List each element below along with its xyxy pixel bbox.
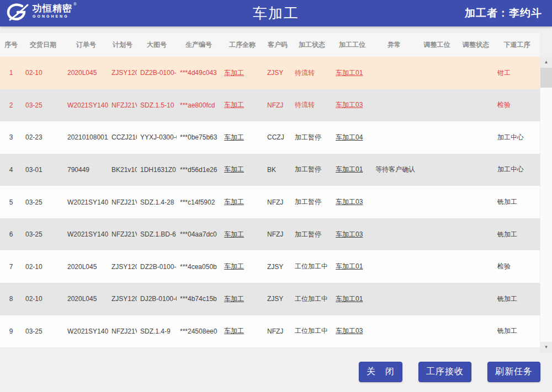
table-row[interactable]: 1 02-10 2020L045 ZJSY1201 DZ2B-0100-S-N-… — [0, 57, 540, 89]
cell-plan-no: ZJSY1201 — [108, 69, 137, 77]
scroll-up-icon: ▲ — [544, 60, 549, 65]
col-order-no: 订单号 — [64, 40, 108, 50]
operator-label: 加工者：李约斗 — [465, 6, 552, 20]
cell-index: 3 — [0, 133, 22, 141]
cell-process-name[interactable]: 车加工 — [221, 230, 264, 239]
cell-process-name[interactable]: 车加工 — [221, 133, 264, 142]
brand-name-cn: 功恒精密 — [33, 4, 72, 13]
cell-drawing-no: SDZ.1.BD-6 — [137, 230, 177, 238]
cell-station[interactable]: 车加工01 — [332, 294, 372, 304]
cell-index: 4 — [0, 166, 22, 174]
cell-drawing-no: SDZ.1.5-10 — [137, 101, 177, 109]
col-delivery-date: 交货日期 — [22, 40, 64, 50]
refresh-tasks-button[interactable]: 刷新任务 — [487, 362, 540, 382]
cell-next-process: 钳工 — [494, 68, 540, 78]
cell-station[interactable]: 车加工03 — [332, 230, 372, 239]
cell-process-name[interactable]: 车加工 — [221, 326, 264, 336]
cell-station[interactable]: 车加工03 — [332, 197, 372, 207]
cell-status: 加工暂停 — [291, 230, 332, 239]
cell-index: 5 — [0, 198, 22, 206]
cell-customer-code: NFZJ — [264, 101, 291, 109]
cell-drawing-no: 1DH1631Z011 — [137, 166, 177, 174]
cell-next-process: 铣加工 — [494, 230, 540, 239]
cell-station[interactable]: 车加工01 — [332, 68, 372, 78]
scrollbar-track[interactable] — [540, 88, 552, 342]
app-window: 功恒精密 ® GONGHENG 车加工 加工者：李约斗 序号 交货日期 订单号 … — [0, 0, 552, 392]
cell-delivery-date: 03-25 — [22, 101, 64, 109]
cell-process-name[interactable]: 车加工 — [221, 165, 264, 174]
table-row[interactable]: 5 03-25 W2021SY140 NFZJ21V: SDZ.1.4-28 *… — [0, 186, 540, 218]
cell-process-name[interactable]: 车加工 — [221, 68, 264, 78]
cell-drawing-no: YYXJ-0300-03 — [137, 133, 177, 141]
cell-status: 加工暂停 — [291, 165, 332, 174]
cell-status: 待流转 — [291, 100, 332, 110]
scrollbar-thumb[interactable] — [540, 68, 552, 88]
cell-production-no: ***c14f5902 — [177, 198, 221, 206]
cell-status: 加工暂停 — [291, 133, 332, 142]
cell-delivery-date: 02-10 — [22, 263, 64, 271]
table-row[interactable]: 6 03-25 W2021SY140 NFZJ21V: SDZ.1.BD-6 *… — [0, 218, 540, 251]
col-exception: 异常 — [372, 40, 416, 50]
cell-delivery-date: 03-01 — [22, 166, 64, 174]
cell-station[interactable]: 车加工01 — [332, 262, 372, 271]
cell-next-process: 铣加工 — [494, 326, 540, 336]
process-accept-button[interactable]: 工序接收 — [418, 362, 471, 382]
cell-customer-code: ZJSY — [264, 295, 291, 303]
cell-customer-code: ZJSY — [264, 263, 291, 271]
cell-production-no: ***04aa7dc0 — [177, 230, 221, 238]
cell-exception: 等待客户确认 — [372, 165, 416, 174]
cell-index: 1 — [0, 69, 22, 77]
cell-drawing-no: DZ2B-0100-S-N.1 — [137, 263, 177, 271]
table-row[interactable]: 2 03-25 W2021SY140 NFZJ21V: SDZ.1.5-10 *… — [0, 89, 540, 122]
cell-delivery-date: 02-10 — [22, 295, 64, 303]
cell-order-no: W2021SY140 — [64, 230, 108, 238]
cell-production-no: ***4d49c043 — [177, 69, 221, 77]
cell-plan-no: NFZJ21V: — [108, 101, 137, 109]
col-status: 加工状态 — [291, 40, 332, 50]
cell-order-no: 790449 — [64, 166, 108, 174]
cell-customer-code: NFZJ — [264, 327, 291, 335]
close-button[interactable]: 关 闭 — [359, 362, 402, 382]
cell-production-no: ***ae800fcd — [177, 101, 221, 109]
scroll-down-button[interactable]: ▼ — [540, 342, 552, 353]
cell-index: 8 — [0, 295, 22, 303]
cell-station[interactable]: 车加工04 — [332, 133, 372, 142]
scroll-up-button[interactable]: ▲ — [540, 57, 552, 68]
cell-station[interactable]: 车加工01 — [332, 165, 372, 174]
cell-plan-no: ZJSY1201 — [108, 295, 137, 303]
cell-process-name[interactable]: 车加工 — [221, 294, 264, 304]
cell-delivery-date: 03-25 — [22, 198, 64, 206]
cell-status: 工位加工中 — [291, 294, 332, 304]
table-row[interactable]: 3 02-23 202101080011 CCZJ2108 YYXJ-0300-… — [0, 121, 540, 154]
col-adjust-status: 调整状态 — [458, 40, 494, 50]
cell-next-process: 加工中心 — [494, 165, 540, 174]
cell-station[interactable]: 车加工03 — [332, 326, 372, 336]
task-table: 1 02-10 2020L045 ZJSY1201 DZ2B-0100-S-N-… — [0, 57, 540, 347]
cell-order-no: 2020L045 — [64, 295, 108, 303]
table-row[interactable]: 7 02-10 2020L045 ZJSY1201 DZ2B-0100-S-N.… — [0, 250, 540, 283]
cell-process-name[interactable]: 车加工 — [221, 262, 264, 271]
cell-process-name[interactable]: 车加工 — [221, 100, 264, 110]
page-title: 车加工 — [253, 4, 299, 23]
cell-next-process: 铣加工 — [494, 197, 540, 207]
table-row[interactable]: 4 03-01 790449 BK21v10: 1DH1631Z011 ***d… — [0, 154, 540, 186]
cell-next-process: 检验 — [494, 262, 540, 271]
col-station: 加工工位 — [332, 40, 372, 50]
table-scrollbar[interactable]: ▲ ▼ — [540, 57, 552, 353]
table-row[interactable]: 9 03-25 W2021SY140 NFZJ21V: SDZ.1.4-9 **… — [0, 315, 540, 348]
cell-process-name[interactable]: 车加工 — [221, 197, 264, 207]
col-process-name: 工序全称 — [221, 40, 264, 50]
cell-station[interactable]: 车加工03 — [332, 100, 372, 110]
cell-index: 6 — [0, 230, 22, 238]
cell-customer-code: NFZJ — [264, 198, 291, 206]
cell-index: 9 — [0, 327, 22, 335]
cell-delivery-date: 02-10 — [22, 69, 64, 77]
col-index: 序号 — [0, 40, 22, 50]
cell-next-process: 铣加工 — [494, 294, 540, 304]
app-header: 功恒精密 ® GONGHENG 车加工 加工者：李约斗 — [0, 0, 552, 26]
cell-order-no: 2020L045 — [64, 69, 108, 77]
cell-order-no: 202101080011 — [64, 133, 108, 141]
table-row[interactable]: 8 02-10 2020L045 ZJSY1201 DJ2B-0100-02-0… — [0, 283, 540, 315]
registered-mark: ® — [73, 2, 77, 7]
cell-plan-no: ZJSY1201 — [108, 263, 137, 271]
